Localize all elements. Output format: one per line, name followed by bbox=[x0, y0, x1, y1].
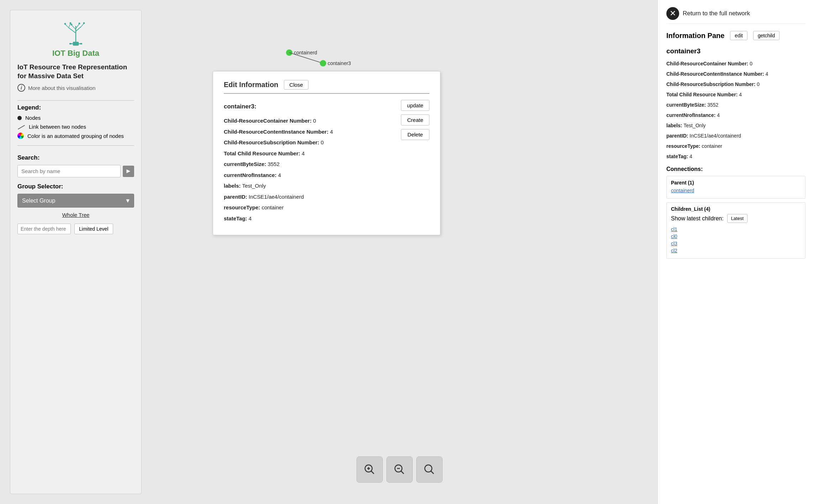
delete-button[interactable]: Delete bbox=[401, 129, 429, 140]
zoom-search-button[interactable] bbox=[416, 456, 443, 483]
edit-info-button[interactable]: edit bbox=[730, 31, 747, 40]
group-select-wrapper: Select Group ▼ bbox=[17, 194, 134, 208]
limited-level-button[interactable]: Limited Level bbox=[74, 224, 113, 234]
svg-line-5 bbox=[65, 24, 69, 28]
depth-input[interactable] bbox=[17, 224, 71, 234]
edit-field-label-2: Child-ResourceSubscription Number: bbox=[224, 139, 321, 145]
edit-actions: update Create Delete bbox=[401, 100, 429, 140]
svg-line-21 bbox=[371, 471, 374, 474]
link-line-icon bbox=[17, 124, 25, 129]
edit-field-value-2: 0 bbox=[321, 139, 324, 145]
svg-point-8 bbox=[64, 23, 66, 25]
latest-children-row: Show latest children: Latest bbox=[671, 214, 801, 223]
node-dot-icon bbox=[17, 116, 22, 120]
edit-modal: Edit Information Close container3: Child… bbox=[213, 71, 440, 235]
container3-node[interactable] bbox=[320, 60, 326, 66]
edit-field-value-6: Test_Only bbox=[242, 183, 266, 189]
child-link-2[interactable]: cl3 bbox=[671, 241, 801, 246]
info-icon: i bbox=[17, 84, 25, 92]
edit-field-4: currentByteSize: 3552 bbox=[224, 159, 429, 170]
edit-field-8: resourceType: container bbox=[224, 203, 429, 213]
child-link-0[interactable]: cl1 bbox=[671, 226, 801, 232]
edit-field-label-3: Total Child Resource Number: bbox=[224, 150, 302, 156]
edit-modal-title: Edit Information bbox=[224, 81, 278, 89]
update-button[interactable]: update bbox=[401, 100, 429, 111]
divider-1 bbox=[17, 100, 134, 101]
container3-label: container3 bbox=[328, 60, 351, 66]
search-input[interactable] bbox=[17, 165, 121, 177]
edit-field-label-5: currentNrofInstance: bbox=[224, 172, 278, 178]
search-title: Search: bbox=[17, 154, 134, 161]
info-field-0: Child-ResourceContainer Number: 0 bbox=[666, 60, 805, 68]
legend-nodes-label: Nodes bbox=[25, 115, 41, 121]
app-title: IoT Resource Tree Representation for Mas… bbox=[17, 63, 134, 80]
info-link-text: More about this visualisation bbox=[28, 85, 95, 91]
group-selector-label: Group Selector: bbox=[17, 183, 134, 190]
info-value-1: 4 bbox=[765, 71, 768, 77]
info-pane-header: Information Pane edit getchild bbox=[666, 31, 805, 40]
edit-modal-header: Edit Information Close bbox=[224, 80, 429, 94]
info-value-7: InCSE1/ae4/containerd bbox=[689, 133, 741, 139]
close-button[interactable]: Close bbox=[284, 80, 308, 90]
info-link[interactable]: i More about this visualisation bbox=[17, 84, 134, 92]
search-zoom-icon bbox=[423, 463, 436, 476]
zoom-in-button[interactable] bbox=[356, 456, 383, 483]
edit-field-9: stateTag: 4 bbox=[224, 214, 429, 224]
legend-title: Legend: bbox=[17, 104, 134, 111]
info-label-5: currentNrofInstance: bbox=[666, 112, 717, 118]
parent-group-title: Parent (1) bbox=[671, 180, 801, 186]
edit-field-value-7: InCSE1/ae4/containerd bbox=[249, 194, 304, 200]
main-canvas: containerd container3 Edit Information C… bbox=[142, 0, 657, 504]
create-button[interactable]: Create bbox=[401, 114, 429, 125]
info-node-title: container3 bbox=[666, 47, 805, 55]
edit-field-0: Child-ResourceContainer Number: 0 bbox=[224, 116, 429, 126]
legend-color-label: Color is an automated grouping of nodes bbox=[27, 133, 124, 139]
zoom-out-button[interactable] bbox=[386, 456, 413, 483]
info-value-8: container bbox=[702, 143, 722, 149]
edit-node-name: container3: bbox=[224, 101, 429, 112]
edit-field-5: currentNrofInstance: 4 bbox=[224, 170, 429, 181]
edit-field-label-1: Child-ResourceContentInstance Number: bbox=[224, 129, 330, 135]
search-row: ► bbox=[17, 165, 134, 177]
info-value-4: 3552 bbox=[707, 102, 718, 108]
edit-field-value-8: container bbox=[261, 204, 284, 210]
whole-tree-button[interactable]: Whole Tree bbox=[17, 212, 134, 218]
zoom-controls bbox=[356, 456, 443, 483]
legend-nodes: Nodes bbox=[17, 115, 134, 121]
containerd-label: containerd bbox=[294, 50, 317, 55]
show-latest-label: Show latest children: bbox=[671, 215, 724, 222]
parent-link[interactable]: containerd bbox=[671, 188, 801, 193]
svg-line-24 bbox=[401, 471, 404, 474]
edit-field-6: labels: Test_Only bbox=[224, 181, 429, 191]
edit-field-1: Child-ResourceContentInstance Number: 4 bbox=[224, 127, 429, 137]
edit-field-2: Child-ResourceSubscription Number: 0 bbox=[224, 138, 429, 148]
child-link-3[interactable]: cl2 bbox=[671, 248, 801, 253]
info-field-2: Child-ResourceSubscription Number: 0 bbox=[666, 81, 805, 88]
logo-section: IOT Big Data bbox=[17, 19, 134, 58]
latest-button[interactable]: Latest bbox=[727, 214, 747, 223]
info-label-2: Child-ResourceSubscription Number: bbox=[666, 81, 757, 87]
info-field-9: stateTag: 4 bbox=[666, 153, 805, 160]
close-circle-button[interactable]: ✕ bbox=[666, 7, 679, 20]
info-field-3: Total Child Resource Number: 4 bbox=[666, 91, 805, 98]
svg-point-10 bbox=[71, 24, 73, 26]
info-label-1: Child-ResourceContentInstance Number: bbox=[666, 71, 765, 77]
edit-field-value-1: 4 bbox=[330, 129, 333, 135]
svg-point-11 bbox=[79, 23, 80, 25]
child-link-1[interactable]: cl0 bbox=[671, 234, 801, 239]
info-value-3: 4 bbox=[739, 92, 742, 97]
search-button[interactable]: ► bbox=[123, 166, 134, 177]
info-field-4: currentByteSize: 3552 bbox=[666, 101, 805, 109]
return-text: Return to the full network bbox=[683, 10, 750, 17]
edit-field-value-9: 4 bbox=[249, 215, 252, 221]
svg-line-4 bbox=[76, 24, 79, 28]
info-label-9: stateTag: bbox=[666, 154, 689, 159]
group-select[interactable]: Select Group bbox=[17, 194, 134, 208]
info-value-0: 0 bbox=[750, 61, 752, 66]
getchild-button[interactable]: getchild bbox=[753, 31, 779, 40]
edit-field-7: parentID: InCSE1/ae4/containerd bbox=[224, 192, 429, 202]
svg-line-3 bbox=[72, 25, 76, 30]
edit-field-value-0: 0 bbox=[313, 118, 316, 124]
edit-field-label-6: labels: bbox=[224, 183, 242, 189]
svg-point-9 bbox=[70, 22, 72, 24]
